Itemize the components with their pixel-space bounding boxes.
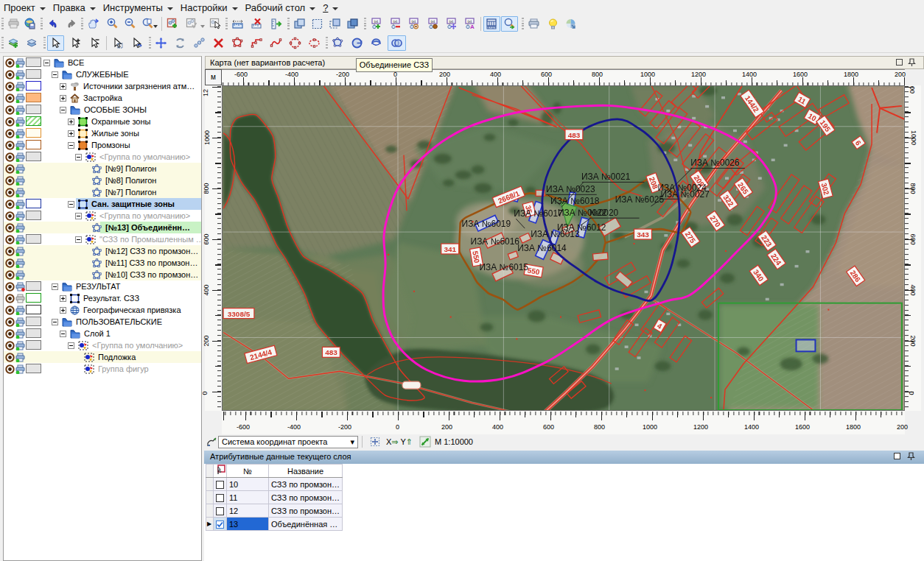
svg-text:ИЗА №0023: ИЗА №0023 — [546, 184, 595, 194]
svg-text:ИЗА №6012: ИЗА №6012 — [557, 222, 606, 233]
svg-text:ИЗА №6025: ИЗА №6025 — [615, 194, 665, 205]
svg-text:ИЗА №0027: ИЗА №0027 — [660, 189, 710, 200]
svg-text:ИЗА №6014: ИЗА №6014 — [517, 243, 567, 253]
svg-text:txt: txt — [393, 19, 397, 24]
svg-text:483: 483 — [325, 348, 337, 356]
svg-text:343: 343 — [637, 230, 649, 239]
svg-text:ИЗА №0021: ИЗА №0021 — [581, 172, 631, 182]
svg-text:txt: txt — [374, 19, 378, 24]
svg-text:341: 341 — [444, 245, 456, 253]
svg-text:№0020: №0020 — [589, 208, 619, 218]
svg-text:ИЗА №6019: ИЗА №6019 — [462, 219, 511, 229]
svg-text:ИЗА №6017: ИЗА №6017 — [514, 208, 563, 219]
svg-text:A: A — [470, 24, 475, 30]
svg-text:ИЗА №6016: ИЗА №6016 — [471, 236, 520, 247]
svg-text:ИЗА №6018: ИЗА №6018 — [550, 196, 600, 206]
svg-text:ИЗА №0026: ИЗА №0026 — [690, 158, 740, 169]
svg-text:txt: txt — [411, 19, 416, 24]
svg-text:txt: txt — [430, 19, 435, 24]
svg-text:txt: txt — [449, 19, 453, 24]
svg-text:ИЗА №6015: ИЗА №6015 — [480, 262, 529, 272]
svg-text:3308/5: 3308/5 — [228, 310, 251, 318]
svg-text:483: 483 — [568, 131, 581, 139]
